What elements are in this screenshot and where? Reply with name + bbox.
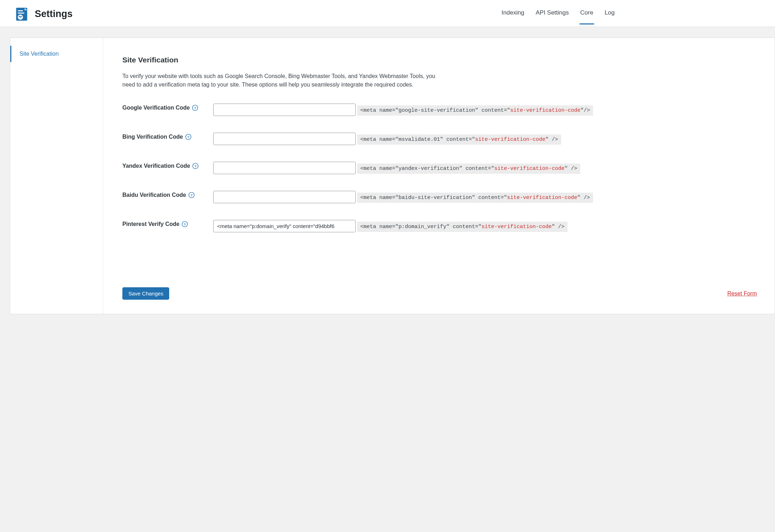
help-icon[interactable]: ? xyxy=(188,192,195,198)
header-tabs: Indexing API Settings Core Log xyxy=(501,4,761,24)
baidu-verification-input[interactable] xyxy=(213,191,356,203)
yandex-verification-input[interactable] xyxy=(213,162,356,174)
code-hint-pinterest: <meta name="p:domain_verify" content="si… xyxy=(357,222,567,232)
field-row-google: Google Verification Code ? <meta name="g… xyxy=(122,102,760,116)
settings-content: Site Verification To verify your website… xyxy=(103,38,775,314)
bing-verification-input[interactable] xyxy=(213,133,356,145)
sidebar-item-label: Site Verification xyxy=(20,51,59,57)
field-label-baidu: Baidu Verification Code xyxy=(122,192,186,198)
tab-api-settings[interactable]: API Settings xyxy=(535,4,570,24)
svg-text:?: ? xyxy=(187,135,189,139)
field-row-pinterest: Pinterest Verify Code ? <meta name="p:do… xyxy=(122,219,760,232)
sidebar-item-site-verification[interactable]: Site Verification xyxy=(10,46,103,62)
svg-rect-2 xyxy=(18,12,24,13)
field-input-wrap: <meta name="baidu-site-verification" con… xyxy=(213,190,760,203)
field-input-wrap: <meta name="google-site-verification" co… xyxy=(213,102,760,116)
form-footer: Save Changes Reset Form xyxy=(122,273,760,300)
help-icon[interactable]: ? xyxy=(182,221,188,227)
svg-rect-1 xyxy=(18,10,23,11)
field-input-wrap: <meta name="p:domain_verify" content="si… xyxy=(213,219,760,232)
code-hint-bing: <meta name="msvalidate.01" content="site… xyxy=(357,134,561,145)
google-verification-input[interactable] xyxy=(213,104,356,116)
help-icon[interactable]: ? xyxy=(185,134,192,140)
help-icon[interactable]: ? xyxy=(192,163,199,169)
field-label-wrap: Pinterest Verify Code ? xyxy=(122,219,213,227)
pinterest-verification-input[interactable] xyxy=(213,220,356,232)
code-hint-baidu: <meta name="baidu-site-verification" con… xyxy=(357,193,593,203)
svg-text:?: ? xyxy=(194,164,196,168)
tab-indexing[interactable]: Indexing xyxy=(501,4,525,24)
field-label-bing: Bing Verification Code xyxy=(122,134,183,140)
field-label-google: Google Verification Code xyxy=(122,105,190,111)
reset-form-link[interactable]: Reset Form xyxy=(727,290,757,297)
tab-log[interactable]: Log xyxy=(604,4,615,24)
svg-text:?: ? xyxy=(194,106,196,110)
field-label-wrap: Google Verification Code ? xyxy=(122,102,213,111)
field-label-wrap: Bing Verification Code ? xyxy=(122,132,213,140)
field-label-pinterest: Pinterest Verify Code xyxy=(122,221,179,227)
section-title: Site Verification xyxy=(122,56,760,64)
settings-logo-icon xyxy=(14,6,30,22)
settings-sidebar: Site Verification xyxy=(10,38,103,314)
field-row-yandex: Yandex Verification Code ? <meta name="y… xyxy=(122,161,760,174)
field-row-bing: Bing Verification Code ? <meta name="msv… xyxy=(122,132,760,145)
field-label-wrap: Baidu Verification Code ? xyxy=(122,190,213,198)
svg-text:?: ? xyxy=(190,193,193,197)
code-hint-google: <meta name="google-site-verification" co… xyxy=(357,105,593,116)
help-icon[interactable]: ? xyxy=(192,105,198,111)
svg-text:?: ? xyxy=(184,222,186,226)
code-hint-yandex: <meta name="yandex-verification" content… xyxy=(357,164,580,174)
section-description: To verify your website with tools such a… xyxy=(122,72,449,89)
settings-panel: Site Verification Site Verification To v… xyxy=(10,38,775,314)
page-title: Settings xyxy=(35,9,73,20)
save-button[interactable]: Save Changes xyxy=(122,287,169,300)
field-input-wrap: <meta name="msvalidate.01" content="site… xyxy=(213,132,760,145)
field-row-baidu: Baidu Verification Code ? <meta name="ba… xyxy=(122,190,760,203)
page-header: Settings Indexing API Settings Core Log xyxy=(0,0,775,27)
page-body: Site Verification Site Verification To v… xyxy=(0,27,775,314)
tab-core[interactable]: Core xyxy=(580,4,594,24)
header-left: Settings xyxy=(14,6,73,22)
field-label-yandex: Yandex Verification Code xyxy=(122,163,190,169)
field-input-wrap: <meta name="yandex-verification" content… xyxy=(213,161,760,174)
field-label-wrap: Yandex Verification Code ? xyxy=(122,161,213,169)
